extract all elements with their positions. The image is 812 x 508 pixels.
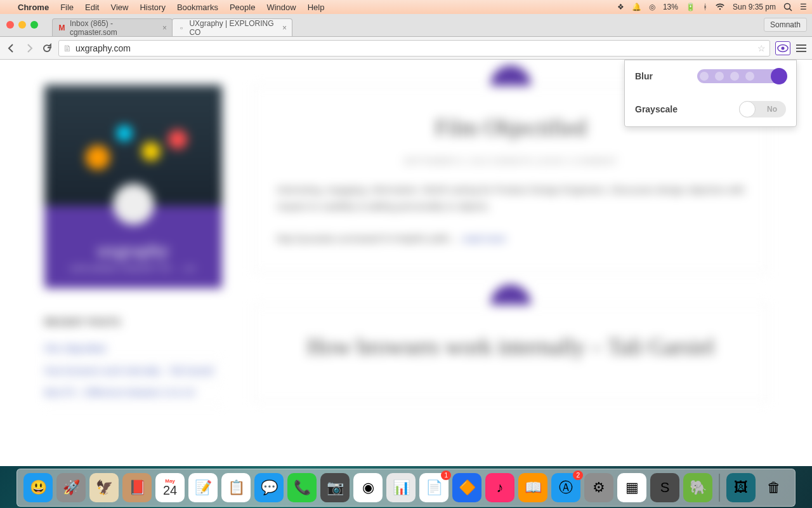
dock-ibooks-icon[interactable]: 📖: [518, 473, 547, 502]
recent-post-link[interactable]: Best Fit – Difference between UI & UX: [44, 382, 222, 404]
menu-view[interactable]: View: [110, 3, 128, 12]
window-controls: [6, 21, 38, 29]
tab-title: Inbox (865) - cgmaster.som: [70, 19, 156, 37]
blur-slider[interactable]: [697, 69, 786, 83]
reload-button[interactable]: [41, 42, 53, 55]
desktop-strip: 😃🚀🦅📕May24📝📋💬📞📷◉📊📄1🔶♪📖Ⓐ2⚙▦S🐘🖼🗑: [0, 466, 812, 508]
site-title: uxgraphy: [97, 239, 169, 261]
dock-pages-icon[interactable]: 📄1: [419, 473, 449, 502]
back-button[interactable]: [5, 42, 18, 55]
dock-badge: 1: [441, 471, 451, 480]
dock-keynote-icon[interactable]: 🔶: [452, 473, 481, 502]
dock-trash-icon[interactable]: 🗑: [759, 473, 789, 502]
chrome-toolbar: 🗎 uxgraphy.com ☆: [0, 37, 812, 60]
clock[interactable]: Sun 9:35 pm: [733, 3, 776, 11]
maximize-window-button[interactable]: [30, 21, 38, 29]
profile-button[interactable]: Somnath: [764, 18, 807, 32]
bluetooth-icon[interactable]: ᚼ: [703, 3, 707, 11]
post-title[interactable]: How browsers work internally – Tali Gars…: [277, 333, 745, 360]
dock-launchpad-icon[interactable]: 🚀: [56, 473, 86, 502]
site-tagline: EXPLORING CONCEPT OF ... UX: [71, 265, 196, 272]
dock-separator: [719, 474, 720, 502]
evernote-menubar-icon[interactable]: ❖: [617, 3, 624, 11]
dock-contacts-icon[interactable]: 📕: [122, 473, 152, 502]
mac-menubar: Chrome File Edit View History Bookmarks …: [0, 0, 812, 14]
read-more-link[interactable]: read more: [462, 233, 506, 244]
page-favicon-icon: ▫: [178, 23, 185, 32]
chrome-menu-button[interactable]: [796, 44, 807, 52]
dock-reminders-icon[interactable]: 📋: [221, 473, 251, 502]
notifications-icon[interactable]: 🔔: [632, 3, 641, 11]
svg-point-0: [785, 4, 790, 10]
svg-line-1: [790, 9, 792, 11]
blog-post: How browsers work internally – Tali Gars…: [254, 304, 768, 402]
dock-itunes-icon[interactable]: ♪: [485, 473, 514, 502]
gmail-favicon-icon: M: [58, 23, 66, 32]
dock-evernote-icon[interactable]: 🐘: [683, 473, 712, 502]
extension-popup: Blur Grayscale No: [624, 60, 797, 127]
recent-posts-heading: RECENT POSTS: [44, 317, 222, 327]
dock-finder-icon[interactable]: 😃: [23, 473, 53, 502]
battery-icon[interactable]: 🔋: [686, 3, 695, 11]
forward-button[interactable]: [23, 42, 36, 55]
minimize-window-button[interactable]: [18, 21, 26, 29]
wifi-icon[interactable]: [715, 3, 725, 11]
recent-post-link[interactable]: Film Objectified: [44, 338, 222, 361]
dock-mail-icon[interactable]: 🦅: [89, 473, 119, 502]
bookmark-star-icon[interactable]: ☆: [757, 43, 766, 53]
url-text: uxgraphy.com: [75, 43, 131, 53]
toggle-knob[interactable]: [739, 101, 756, 117]
sync-icon[interactable]: ◎: [649, 3, 655, 11]
post-format-icon: [490, 65, 531, 86]
dock-badge: 2: [573, 471, 583, 480]
post-format-icon: [490, 284, 531, 305]
post-excerpt: Interesting, engaging, informative. Wort…: [277, 182, 745, 246]
menu-file[interactable]: File: [60, 3, 74, 12]
dock-photobooth-icon[interactable]: 📷: [320, 473, 350, 502]
tab-uxgraphy[interactable]: ▫ UXgraphy | EXPLORING CO ×: [172, 18, 292, 36]
page-icon: 🗎: [63, 43, 72, 53]
blur-extension-button[interactable]: [775, 41, 790, 55]
site-header-card: uxgraphy EXPLORING CONCEPT OF ... UX: [44, 85, 222, 288]
menu-window[interactable]: Window: [266, 3, 296, 12]
spotlight-icon[interactable]: [783, 3, 792, 11]
svg-point-3: [782, 46, 785, 50]
dock-preview-icon[interactable]: 🖼: [726, 473, 756, 502]
dock-notes-icon[interactable]: 📝: [188, 473, 218, 502]
dock-numbers-icon[interactable]: 📊: [386, 473, 416, 502]
dock-sublime-icon[interactable]: S: [650, 473, 679, 502]
dock-chrome-icon[interactable]: ◉: [353, 473, 383, 502]
blur-label: Blur: [635, 71, 653, 81]
recent-post-link[interactable]: How browsers work internally – Tali Gars…: [44, 361, 222, 383]
menu-people[interactable]: People: [230, 3, 255, 12]
tab-title: UXgraphy | EXPLORING CO: [189, 19, 276, 37]
dock-creative-icon[interactable]: ▦: [617, 473, 646, 502]
chrome-tabstrip: M Inbox (865) - cgmaster.som × ▫ UXgraph…: [0, 14, 812, 37]
menu-history[interactable]: History: [140, 3, 165, 12]
toggle-value: No: [767, 105, 777, 114]
close-window-button[interactable]: [6, 21, 14, 29]
dock-calendar-icon[interactable]: May24: [155, 473, 185, 502]
tab-inbox[interactable]: M Inbox (865) - cgmaster.som ×: [52, 18, 173, 36]
post-meta: SEPTEMBER 8, 2014 SOMNATH LEAVE A COMMEN…: [277, 157, 745, 166]
menu-edit[interactable]: Edit: [85, 3, 99, 12]
dock-messages-icon[interactable]: 💬: [254, 473, 284, 502]
menu-app-name[interactable]: Chrome: [18, 3, 49, 12]
battery-percent[interactable]: 13%: [663, 3, 678, 11]
grayscale-label: Grayscale: [635, 104, 678, 114]
grayscale-toggle[interactable]: No: [739, 101, 786, 117]
close-tab-icon[interactable]: ×: [162, 23, 167, 32]
menu-bookmarks[interactable]: Bookmarks: [177, 3, 218, 12]
menu-help[interactable]: Help: [308, 3, 325, 12]
dock-facetime-icon[interactable]: 📞: [287, 473, 317, 502]
close-tab-icon[interactable]: ×: [282, 23, 287, 32]
slider-knob[interactable]: [771, 68, 787, 84]
dock-appstore-icon[interactable]: Ⓐ2: [551, 473, 580, 502]
dock: 😃🚀🦅📕May24📝📋💬📞📷◉📊📄1🔶♪📖Ⓐ2⚙▦S🐘🖼🗑: [16, 469, 796, 507]
avatar: [113, 184, 154, 225]
address-bar[interactable]: 🗎 uxgraphy.com ☆: [58, 40, 770, 57]
browser-viewport: uxgraphy EXPLORING CONCEPT OF ... UX REC…: [0, 60, 812, 467]
notification-center-icon[interactable]: ☰: [800, 3, 807, 11]
dock-settings-icon[interactable]: ⚙: [584, 473, 613, 502]
